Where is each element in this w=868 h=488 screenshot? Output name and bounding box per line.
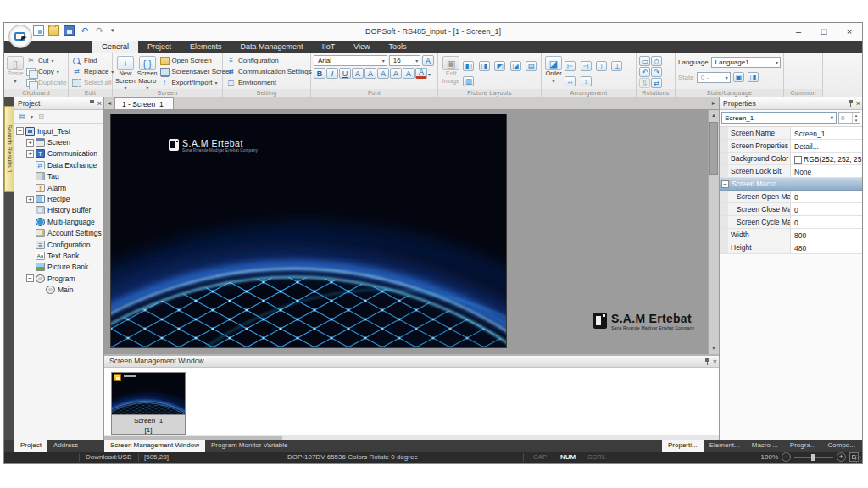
align-left-button[interactable]: A <box>352 68 364 79</box>
expand-icon[interactable]: + <box>26 150 34 158</box>
zoom-slider-thumb[interactable] <box>811 454 815 461</box>
property-value[interactable]: RGB(252, 252, 252) <box>791 152 862 164</box>
property-value[interactable]: 480 <box>791 241 862 253</box>
align-left-edge-icon[interactable]: ⊢ <box>565 61 576 71</box>
zoom-out-icon[interactable]: − <box>782 452 791 462</box>
valign-top-button[interactable]: A <box>390 68 402 79</box>
tab-project-panel[interactable]: Project <box>14 440 47 452</box>
center-horizontal-icon[interactable]: ↔ <box>565 76 576 86</box>
mirror-icon[interactable]: ◩ <box>494 61 505 71</box>
property-value[interactable]: Screen_1 <box>791 127 862 139</box>
search-results-tab[interactable]: Search Results 1 <box>4 106 14 192</box>
expand-icon[interactable]: + <box>26 139 34 147</box>
next-state-icon[interactable]: ◨ <box>748 72 759 82</box>
rotate-left-icon[interactable]: ↶ <box>639 67 650 77</box>
properties-panel-close-icon[interactable]: × <box>856 100 860 108</box>
tab-program-monitor-variable[interactable]: Program Monitor Variable <box>205 440 294 452</box>
italic-button[interactable]: I <box>326 68 338 79</box>
property-row-screen-open-macro[interactable]: Screen Open Mac 0 <box>720 191 862 203</box>
valign-middle-button[interactable]: A <box>403 68 415 79</box>
scroll-up-icon[interactable]: ▲ <box>709 110 719 121</box>
flip-horizontal-icon[interactable]: ◧ <box>463 61 474 71</box>
align-bottom-edge-icon[interactable]: ⊥ <box>611 61 622 71</box>
resize-grip[interactable] <box>854 455 862 463</box>
maximize-button[interactable]: □ <box>811 23 837 41</box>
tab-general[interactable]: General <box>92 41 138 53</box>
tab-view[interactable]: View <box>344 41 379 53</box>
tab-component[interactable]: Compo... <box>822 440 861 452</box>
property-value[interactable]: None <box>791 165 862 177</box>
tab-project[interactable]: Project <box>138 41 181 53</box>
tab-macro[interactable]: Macro ... <box>746 440 784 452</box>
canvas-vertical-scrollbar[interactable]: ▲ ▼ <box>708 110 719 354</box>
property-row-screen-close-macro[interactable]: Screen Close Macr 0 <box>720 203 862 216</box>
property-row-height[interactable]: Height 480 <box>720 241 862 254</box>
duplicate-button[interactable]: Duplicate <box>25 77 67 88</box>
property-value[interactable]: 0 <box>791 203 862 215</box>
tree-item-communication[interactable]: + Communication <box>16 148 103 159</box>
cut-button[interactable]: ✂ Cut ▾ <box>25 55 67 66</box>
pin-icon[interactable] <box>848 100 854 108</box>
tree-item-tag[interactable]: Tag <box>16 171 103 182</box>
communication-settings-button[interactable]: ⇄ Communication Settings <box>225 66 308 77</box>
pin-icon[interactable] <box>704 358 710 366</box>
tree-collapse-all-icon[interactable]: ⊟ <box>36 113 46 121</box>
tab-screen-management[interactable]: Screen Management Window <box>104 440 205 452</box>
tree-item-data-exchange[interactable]: Data Exchange <box>16 159 103 170</box>
tab-iiot[interactable]: IIoT <box>313 41 345 53</box>
select-all-button[interactable]: Select all <box>71 77 109 88</box>
fit-height-icon[interactable]: ▤ <box>526 61 537 71</box>
tree-item-program[interactable]: − Program <box>16 273 103 284</box>
tree-item-recipe[interactable]: + Recipe <box>16 193 103 204</box>
rotate-diamond-icon[interactable]: ◇ <box>651 56 662 66</box>
tree-item-history-buffer[interactable]: History Buffer <box>16 205 103 216</box>
tab-elements[interactable]: Elements <box>181 41 231 53</box>
font-family-select[interactable]: Arial ▾ <box>314 55 387 66</box>
tree-item-input-test[interactable]: − Input_Test <box>16 125 103 136</box>
tree-item-picture-bank[interactable]: Picture Bank <box>16 262 103 273</box>
tab-properties[interactable]: Properti... <box>662 440 704 452</box>
align-center-button[interactable]: A <box>364 68 376 79</box>
collapse-icon[interactable]: − <box>16 127 24 135</box>
app-logo-button[interactable] <box>8 25 32 48</box>
order-button[interactable]: ◪ Order ▾ <box>544 55 563 88</box>
font-color-button[interactable]: A <box>415 68 427 79</box>
object-index-spinner[interactable]: 0 ▴ ▾ <box>838 112 860 124</box>
expand-icon[interactable]: + <box>26 196 34 203</box>
bold-button[interactable]: B <box>314 68 326 79</box>
property-value[interactable]: 800 <box>791 229 862 241</box>
zoom-in-icon[interactable]: + <box>837 452 846 462</box>
tab-scroll-left-icon[interactable]: ◄ <box>104 97 114 109</box>
screen-management-close-icon[interactable]: × <box>713 358 717 366</box>
property-value[interactable]: Detail... <box>791 140 862 152</box>
property-row-width[interactable]: Width 800 <box>720 229 862 241</box>
rotate-frame-icon[interactable]: ▭ <box>639 56 650 66</box>
flip-left-right-icon[interactable]: ⇄ <box>651 78 662 88</box>
align-top-edge-icon[interactable]: ⊤ <box>596 61 607 71</box>
tree-item-account-settings[interactable]: Account Settings <box>16 228 103 239</box>
tab-data-management[interactable]: Data Management <box>231 41 313 53</box>
tree-item-alarm[interactable]: Alarm <box>16 182 103 193</box>
scroll-down-icon[interactable]: ▼ <box>709 343 719 354</box>
spin-down-icon[interactable]: ▾ <box>853 118 860 123</box>
language-select[interactable]: Language1 ▾ <box>711 57 781 68</box>
tree-item-text-bank[interactable]: Text Bank <box>16 250 103 261</box>
tree-view-dropdown-icon[interactable]: ▾ <box>31 114 33 119</box>
state-select[interactable]: 0 - ▾ <box>697 72 731 83</box>
find-button[interactable]: Find <box>71 55 109 66</box>
align-right-edge-icon[interactable]: ⊣ <box>581 61 592 71</box>
zoom-slider[interactable] <box>794 457 833 458</box>
edit-image-button[interactable]: ▣ Edit Image <box>441 55 461 88</box>
font-preview-button[interactable]: A <box>422 55 434 66</box>
tab-address-panel[interactable]: Address <box>47 440 84 452</box>
object-selector[interactable]: Screen_1 ▾ <box>721 112 837 124</box>
screen-thumbnail[interactable]: Screen_1 [1] <box>111 372 186 435</box>
align-right-button[interactable]: A <box>377 68 389 79</box>
screen-macro-button[interactable]: { } Screen Macro ▾ <box>137 55 158 88</box>
fit-screen-icon[interactable]: ▥ <box>463 76 474 86</box>
property-row-screen-lock-bit[interactable]: Screen Lock Bit None <box>720 165 862 178</box>
screen-document-tab[interactable]: 1 - Screen_1 <box>114 97 174 109</box>
property-value[interactable]: 0 <box>791 216 862 228</box>
rotate-right-icon[interactable]: ↷ <box>651 67 662 77</box>
minimize-button[interactable]: – <box>786 23 811 41</box>
